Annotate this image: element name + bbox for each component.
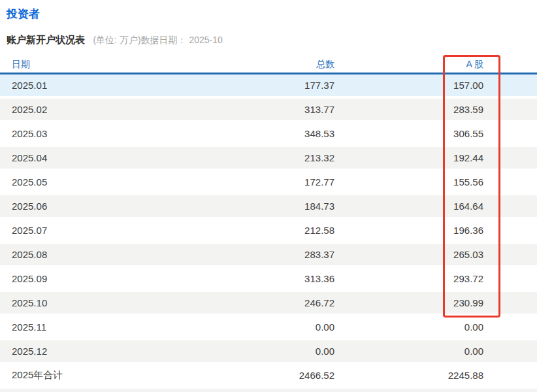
cell-spacer xyxy=(483,123,537,147)
table-row: 2025.03348.53306.55 xyxy=(0,123,537,147)
cell-total: 177.37 xyxy=(157,74,334,99)
table-row: 2025.06184.73164.64 xyxy=(0,195,537,220)
account-table-wrap: 日期 总数 A 股 2025.01177.37157.002025.02313.… xyxy=(0,56,537,389)
cell-spacer xyxy=(483,74,537,99)
cell-a-share: 0.00 xyxy=(334,340,483,365)
cell-spacer xyxy=(483,99,537,123)
page-title: 投资者 xyxy=(7,8,537,20)
page-root: { "page": { "title": "投资者", "subtitle": … xyxy=(0,0,537,392)
partial-next-row-strip xyxy=(0,389,537,392)
column-header-a-share: A 股 xyxy=(334,56,483,74)
cell-date: 2025.11 xyxy=(0,316,157,340)
cell-a-share: 306.55 xyxy=(334,123,483,147)
table-subtitle: 账户新开户状况表 xyxy=(7,34,85,45)
cell-a-share: 283.59 xyxy=(334,99,483,123)
account-opening-table: 日期 总数 A 股 2025.01177.37157.002025.02313.… xyxy=(0,56,537,389)
table-row: 2025.08283.37265.03 xyxy=(0,244,537,268)
table-body: 2025.01177.37157.002025.02313.77283.5920… xyxy=(0,74,537,389)
cell-a-share: 230.99 xyxy=(334,292,483,316)
cell-date: 2025.10 xyxy=(0,292,157,316)
cell-total: 2466.52 xyxy=(157,365,334,389)
cell-spacer xyxy=(483,195,537,220)
cell-date: 2025年合计 xyxy=(0,365,157,389)
cell-a-share: 157.00 xyxy=(334,74,483,99)
cell-date: 2025.05 xyxy=(0,171,157,195)
cell-spacer xyxy=(483,292,537,316)
cell-total: 212.58 xyxy=(157,220,334,244)
table-row: 2025.01177.37157.00 xyxy=(0,74,537,99)
cell-a-share: 192.44 xyxy=(334,147,483,171)
cell-spacer xyxy=(483,244,537,268)
table-row: 2025.110.000.00 xyxy=(0,316,537,340)
column-header-date: 日期 xyxy=(0,56,157,74)
table-header-row: 日期 总数 A 股 xyxy=(0,56,537,74)
cell-date: 2025.08 xyxy=(0,244,157,268)
cell-total: 172.77 xyxy=(157,171,334,195)
cell-spacer xyxy=(483,268,537,292)
table-subtitle-row: 账户新开户状况表 (单位: 万户)数据日期： 2025-10 xyxy=(7,34,537,46)
cell-a-share: 2245.88 xyxy=(334,365,483,389)
cell-total: 213.32 xyxy=(157,147,334,171)
cell-date: 2025.12 xyxy=(0,340,157,365)
cell-date: 2025.07 xyxy=(0,220,157,244)
table-row: 2025.10246.72230.99 xyxy=(0,292,537,316)
table-row: 2025.02313.77283.59 xyxy=(0,99,537,123)
cell-spacer xyxy=(483,365,537,389)
cell-a-share: 293.72 xyxy=(334,268,483,292)
cell-date: 2025.01 xyxy=(0,74,157,99)
cell-date: 2025.02 xyxy=(0,99,157,123)
cell-total: 283.37 xyxy=(157,244,334,268)
subtitle-unit-date-note: (单位: 万户)数据日期： 2025-10 xyxy=(93,35,222,45)
cell-a-share: 155.56 xyxy=(334,171,483,195)
column-header-spacer xyxy=(483,56,537,74)
cell-total: 0.00 xyxy=(157,316,334,340)
cell-a-share: 0.00 xyxy=(334,316,483,340)
cell-spacer xyxy=(483,340,537,365)
cell-spacer xyxy=(483,171,537,195)
column-header-total: 总数 xyxy=(157,56,334,74)
cell-spacer xyxy=(483,316,537,340)
table-row: 2025年合计2466.522245.88 xyxy=(0,365,537,389)
table-row: 2025.05172.77155.56 xyxy=(0,171,537,195)
table-row: 2025.04213.32192.44 xyxy=(0,147,537,171)
cell-date: 2025.06 xyxy=(0,195,157,220)
cell-total: 246.72 xyxy=(157,292,334,316)
table-row: 2025.07212.58196.36 xyxy=(0,220,537,244)
cell-a-share: 196.36 xyxy=(334,220,483,244)
cell-total: 313.77 xyxy=(157,99,334,123)
cell-spacer xyxy=(483,147,537,171)
table-row: 2025.120.000.00 xyxy=(0,340,537,365)
cell-date: 2025.04 xyxy=(0,147,157,171)
cell-spacer xyxy=(483,220,537,244)
cell-total: 0.00 xyxy=(157,340,334,365)
cell-total: 184.73 xyxy=(157,195,334,220)
cell-date: 2025.03 xyxy=(0,123,157,147)
cell-date: 2025.09 xyxy=(0,268,157,292)
cell-total: 313.36 xyxy=(157,268,334,292)
cell-total: 348.53 xyxy=(157,123,334,147)
table-row: 2025.09313.36293.72 xyxy=(0,268,537,292)
cell-a-share: 265.03 xyxy=(334,244,483,268)
cell-a-share: 164.64 xyxy=(334,195,483,220)
